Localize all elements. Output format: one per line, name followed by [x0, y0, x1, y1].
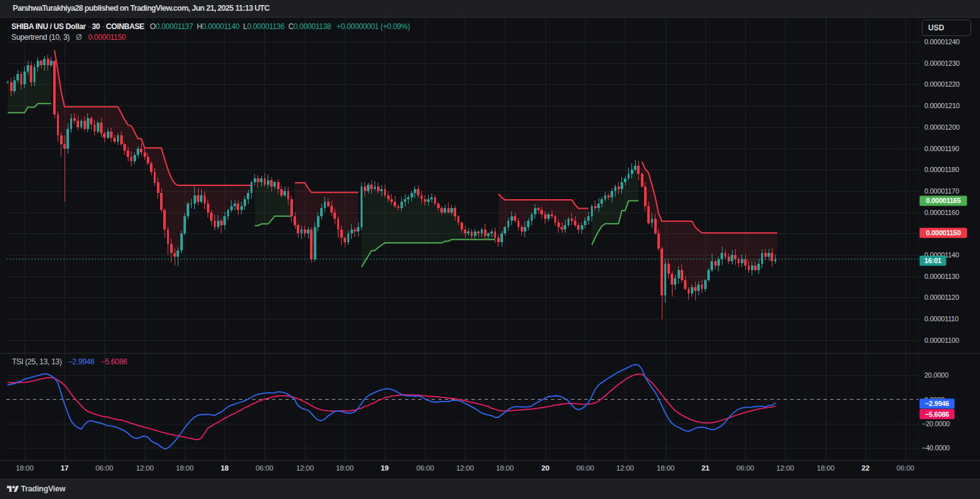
candle-body — [97, 123, 99, 132]
candle-body — [277, 182, 280, 188]
candle-body — [724, 253, 727, 257]
candle-body — [577, 225, 580, 230]
candle-body — [50, 61, 53, 65]
candle-body — [421, 195, 423, 200]
tradingview-logo-icon[interactable] — [7, 484, 19, 494]
candle-body — [710, 261, 713, 270]
candle-body — [587, 216, 590, 221]
candle-body — [43, 59, 46, 65]
candle-body — [691, 287, 693, 293]
candle-body — [568, 219, 570, 225]
candle-body — [600, 199, 603, 204]
tsi-axis-label: 20.0000 — [924, 371, 948, 379]
candle-body — [290, 199, 293, 216]
candle-body — [110, 132, 113, 138]
candle-body — [417, 189, 419, 195]
candle-body — [764, 253, 767, 257]
candle-body — [654, 219, 657, 234]
candle-body — [641, 174, 643, 187]
candle-body — [357, 227, 359, 231]
candle-body — [344, 238, 346, 242]
price-axis-label: 0.00001160 — [924, 209, 959, 216]
candle-body — [210, 213, 213, 221]
candle-body — [273, 182, 276, 187]
candle-wick — [375, 181, 375, 190]
candle-body — [481, 230, 483, 234]
candle-body — [561, 227, 563, 229]
candle-body — [407, 197, 409, 199]
time-axis-label: 06:00 — [256, 464, 273, 472]
candle-body — [227, 210, 230, 216]
candle-body — [557, 223, 560, 227]
candle-body — [283, 191, 286, 195]
candle-wick — [538, 207, 539, 214]
candle-body — [704, 280, 707, 289]
price-axis-label: 0.00001120 — [924, 293, 959, 301]
candle-body — [411, 193, 413, 197]
candle-body — [40, 61, 42, 65]
candle-body — [467, 231, 469, 233]
price-axis-label: 0.00001190 — [924, 145, 959, 152]
candle-body — [487, 233, 490, 235]
candle-body — [621, 182, 623, 188]
candle-body — [60, 135, 63, 144]
candle-body — [264, 178, 266, 185]
candle-body — [684, 280, 686, 289]
candle-body — [651, 219, 654, 223]
candle-body — [717, 259, 720, 266]
time-axis-label: 06:00 — [416, 464, 434, 472]
candle-body — [380, 189, 383, 191]
tradingview-brand[interactable]: TradingView — [21, 484, 65, 493]
candle-body — [674, 278, 676, 285]
candle-body — [701, 285, 704, 289]
candle-body — [304, 230, 306, 234]
candle-body — [53, 61, 56, 114]
time-axis-label: 20 — [542, 464, 549, 472]
candle-body — [464, 230, 466, 234]
candle-body — [534, 208, 537, 214]
candle-body — [554, 216, 557, 223]
time-axis[interactable]: 18:001706:0012:0018:001806:0012:0018:001… — [16, 464, 914, 472]
candle-body — [604, 195, 607, 200]
candle-body — [597, 204, 600, 208]
price-axis-label: 0.00001170 — [924, 187, 959, 195]
candle-body — [457, 216, 460, 223]
candle-body — [527, 221, 530, 227]
candle-body — [757, 264, 760, 270]
candle-body — [180, 233, 183, 250]
candle-body — [260, 178, 263, 183]
candle-body — [631, 169, 633, 174]
candle-body — [738, 259, 740, 264]
candle-body — [150, 163, 152, 172]
candle-body — [223, 216, 226, 225]
chart-canvas[interactable]: 0.000012400.000012300.000012200.00001210… — [0, 0, 980, 499]
candle-body — [767, 253, 770, 257]
time-axis-label: 12:00 — [456, 464, 474, 472]
candle-body — [437, 204, 440, 208]
candle-body — [57, 114, 59, 136]
candle-body — [90, 118, 92, 125]
time-axis-label: 06:00 — [576, 464, 594, 472]
candle-body — [611, 191, 613, 197]
candle-body — [511, 216, 513, 221]
candle-body — [294, 216, 296, 225]
candle-body — [500, 233, 503, 242]
candle-body — [220, 221, 223, 225]
candle-body — [748, 266, 750, 270]
candle-wick — [595, 200, 595, 211]
candle-body — [207, 204, 209, 213]
candle-body — [307, 230, 309, 234]
candle-body — [194, 195, 196, 204]
candle-body — [324, 202, 326, 208]
candle-body — [364, 187, 366, 191]
candle-body — [474, 231, 476, 236]
candle-body — [390, 199, 393, 201]
time-axis-label: 18:00 — [657, 464, 674, 472]
candle-body — [257, 178, 259, 183]
time-axis-label: 22 — [862, 464, 869, 472]
candle-body — [744, 259, 747, 266]
tradingview-snapshot: 0.000012400.000012300.000012200.00001210… — [0, 0, 980, 499]
candle-body — [13, 80, 16, 91]
currency-label: USD — [928, 23, 945, 32]
candle-body — [751, 266, 754, 270]
